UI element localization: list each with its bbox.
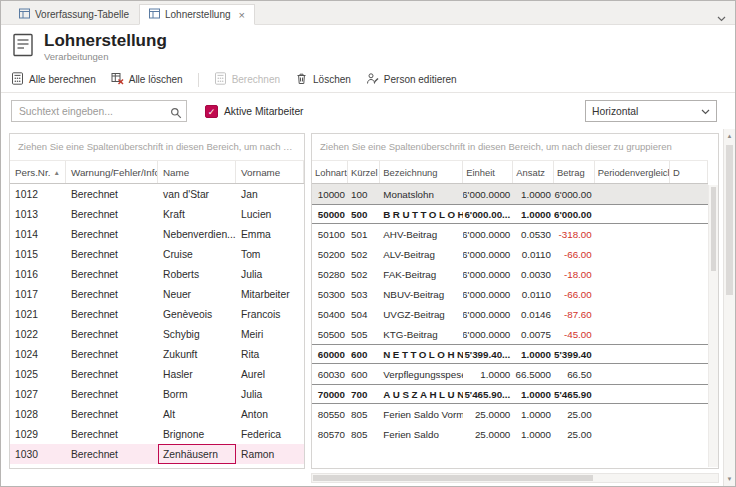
tab-vorerfassung-tabelle[interactable]: Vorerfassung-Tabelle	[9, 4, 139, 25]
employee-row[interactable]: 1015 Berechnet Cruise Tom	[10, 244, 304, 264]
column-header-warnung[interactable]: Warnung/Fehler/Info	[66, 161, 158, 183]
scrollbar-thumb[interactable]	[726, 145, 733, 295]
employee-row[interactable]: 1016 Berechnet Roberts Julia	[10, 264, 304, 284]
cell-d	[670, 244, 708, 264]
alle-berechnen-button[interactable]: Alle berechnen	[11, 72, 96, 87]
employee-row[interactable]: 1017 Berechnet Neuer Mitarbeiter	[10, 284, 304, 304]
group-by-hint: Ziehen Sie eine Spaltenüberschrift in di…	[10, 134, 304, 160]
search-box	[11, 100, 187, 122]
wage-row[interactable]: 70000 700 AUSZAHLUNG 5'465.90... 1.0000 …	[312, 384, 708, 404]
person-editieren-button[interactable]: Person editieren	[366, 72, 457, 87]
window-vertical-scrollbar[interactable]: ▲ ▼	[723, 129, 735, 486]
wage-grid-panel: Ziehen Sie eine Spaltenüberschrift in di…	[311, 133, 719, 469]
layout-dropdown[interactable]: Horizontal	[585, 100, 717, 122]
employee-row[interactable]: 1013 Berechnet Kraft Lucien	[10, 204, 304, 224]
loeschen-button[interactable]: Löschen	[295, 72, 351, 87]
cell-persnr: 1027	[10, 384, 66, 404]
wage-row[interactable]: 60030 600 Verpflegungsspesen 1.0000 66.5…	[312, 364, 708, 384]
column-header-persnr[interactable]: Pers.Nr. ▲	[10, 161, 66, 183]
close-icon[interactable]: ×	[239, 9, 245, 21]
cell-persnr: 1028	[10, 404, 66, 424]
cell-einheit: 5'465.90...	[463, 385, 513, 403]
app-window: Vorerfassung-Tabelle Lohnerstellung × Lo…	[0, 0, 736, 487]
cell-name: Borm	[158, 384, 236, 404]
column-header-name[interactable]: Name	[158, 161, 236, 183]
wage-row[interactable]: 50280 502 FAK-Beitrag 6'000.0000 0.0030 …	[312, 264, 708, 284]
cell-vorname: Francois	[236, 304, 304, 324]
wage-row[interactable]: 80550 805 Ferien Saldo Vormo... 25.0000 …	[312, 404, 708, 424]
column-header-d[interactable]: D	[670, 161, 708, 183]
tab-lohnerstellung[interactable]: Lohnerstellung ×	[139, 4, 255, 25]
cell-bezeichnung: Monatslohn	[380, 184, 463, 204]
wage-grid-scrollbar[interactable]	[708, 185, 718, 467]
employee-row[interactable]: 1021 Berechnet Genèveois Francois	[10, 304, 304, 324]
wage-row[interactable]: 80570 805 Ferien Saldo 25.0000 1.0000 25…	[312, 424, 708, 444]
cell-einheit: 6'000.0000	[463, 264, 513, 284]
cell-bezeichnung: UVGZ-Beitrag	[380, 304, 463, 324]
cell-kuerzel: 600	[348, 345, 380, 363]
chevron-down-icon[interactable]	[717, 8, 726, 26]
cell-d	[670, 324, 708, 344]
search-icon[interactable]	[170, 105, 182, 123]
wage-row[interactable]: 50200 502 ALV-Beitrag 6'000.0000 0.0110 …	[312, 244, 708, 264]
column-header-periodenvergleich[interactable]: Periodenvergleich	[595, 161, 670, 183]
scrollbar-thumb[interactable]	[711, 187, 716, 271]
wage-row[interactable]: 50400 504 UVGZ-Beitrag 6'000.0000 0.0146…	[312, 304, 708, 324]
wage-row[interactable]: 50000 500 BRUTTOLOHN 6'000.00... 1.0000 …	[312, 204, 708, 224]
horizontal-scrollbar[interactable]	[311, 473, 719, 483]
employee-row[interactable]: 1027 Berechnet Borm Julia	[10, 384, 304, 404]
cell-d	[670, 424, 708, 444]
table-icon	[149, 8, 160, 21]
search-input[interactable]	[11, 100, 187, 122]
employee-row[interactable]: 1030 Berechnet Zenhäusern Ramon	[10, 444, 304, 464]
scrollbar-thumb[interactable]	[313, 475, 593, 481]
wage-row[interactable]: 60000 600 NETTOLOHN 5'399.40... 1.0000 5…	[312, 344, 708, 364]
tab-label: Lohnerstellung	[165, 9, 231, 20]
column-header-betrag[interactable]: Betrag	[554, 161, 595, 183]
employee-row[interactable]: 1022 Berechnet Schybig Meiri	[10, 324, 304, 344]
cell-warnung: Berechnet	[66, 324, 158, 344]
employee-row[interactable]: 1028 Berechnet Alt Anton	[10, 404, 304, 424]
wage-row[interactable]: 50100 501 AHV-Beitrag 6'000.0000 0.0530 …	[312, 224, 708, 244]
column-header-einheit[interactable]: Einheit	[463, 161, 513, 183]
cell-vorname: Federica	[236, 424, 304, 444]
column-header-ansatz[interactable]: Ansatz	[513, 161, 554, 183]
cell-einheit: 6'000.0000	[463, 184, 513, 204]
sort-ascending-icon: ▲	[53, 169, 59, 176]
wage-row[interactable]: 50500 505 KTG-Beitrag 6'000.0000 0.0075 …	[312, 324, 708, 344]
column-header-lohnart[interactable]: Lohnart	[312, 161, 348, 183]
page-subtitle: Verarbeitungen	[44, 51, 167, 62]
active-employees-checkbox[interactable]: ✓ Aktive Mitarbeiter	[205, 105, 304, 118]
cell-lohnart: 60000	[312, 345, 348, 363]
employee-grid-header: Pers.Nr. ▲ Warnung/Fehler/Info Name Vorn…	[10, 160, 304, 184]
scroll-up-icon[interactable]: ▲	[724, 133, 735, 139]
cell-betrag: -66.00	[554, 284, 595, 304]
cell-kuerzel: 505	[348, 324, 380, 344]
scroll-down-icon[interactable]: ▼	[724, 476, 735, 482]
cell-periodenvergleich	[595, 345, 670, 363]
column-header-kuerzel[interactable]: Kürzel	[348, 161, 380, 183]
cell-warnung: Berechnet	[66, 264, 158, 284]
employee-row[interactable]: 1014 Berechnet Nebenverdien... Emma	[10, 224, 304, 244]
cell-ansatz: 0.0146	[513, 304, 554, 324]
wage-row[interactable]: 50300 503 NBUV-Beitrag 6'000.0000 0.0110…	[312, 284, 708, 304]
berechnen-button[interactable]: Berechnen	[214, 72, 280, 87]
employee-row[interactable]: 1012 Berechnet van d'Star Jan	[10, 184, 304, 204]
wage-row[interactable]: 10000 100 Monatslohn 6'000.0000 1.0000 6…	[312, 184, 708, 204]
cell-d	[670, 284, 708, 304]
cell-vorname: Ramon	[236, 444, 304, 464]
column-header-vorname[interactable]: Vorname	[236, 161, 304, 183]
cell-persnr: 1015	[10, 244, 66, 264]
employee-row[interactable]: 1025 Berechnet Hasler Aurel	[10, 364, 304, 384]
cell-bezeichnung: Ferien Saldo	[380, 424, 463, 444]
cell-warnung: Berechnet	[66, 224, 158, 244]
employee-row[interactable]: 1029 Berechnet Brignone Federica	[10, 424, 304, 444]
alle-loeschen-button[interactable]: Alle löschen	[111, 72, 183, 87]
cell-periodenvergleich	[595, 404, 670, 424]
column-header-bezeichnung[interactable]: Bezeichnung	[380, 161, 463, 183]
cell-name: Neuer	[158, 284, 236, 304]
cell-kuerzel: 503	[348, 284, 380, 304]
cell-ansatz: 0.0075	[513, 324, 554, 344]
cell-d	[670, 224, 708, 244]
employee-row[interactable]: 1024 Berechnet Zukunft Rita	[10, 344, 304, 364]
